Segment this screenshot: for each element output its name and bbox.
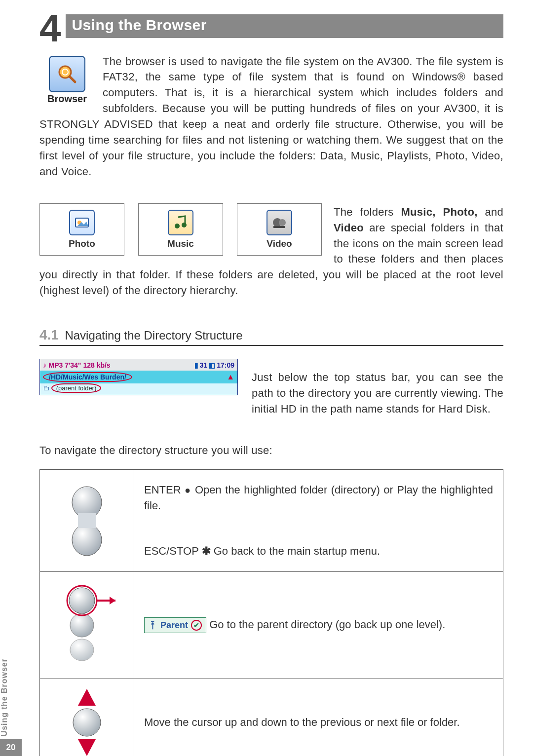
enter-label: ENTER [144,484,181,496]
svg-rect-9 [273,226,285,228]
section-heading: 4 Using the Browser [39,13,503,40]
scroll-up-icon: ▲ [227,373,234,381]
section-number: 4 [39,15,61,42]
intro-paragraph: The browser is used to navigate the file… [39,54,503,180]
svg-line-2 [70,76,75,82]
photo-label: Photo [69,238,95,249]
enter-esc-desc-cell: ENTER ● Open the highlighted folder (dir… [134,469,503,571]
parent-folder-entry: (parent folder) [51,383,102,393]
esc-symbol-icon: ✱ [202,545,211,557]
folder-up-icon: 🗀 [43,384,49,392]
nav-controls-table: ENTER ● Open the highlighted folder (dir… [39,469,503,756]
svg-rect-12 [78,513,96,528]
svg-point-20 [73,709,101,736]
svg-point-8 [279,219,286,226]
path-bar: /HD/Music/Wes Burden/ ▲ [40,371,237,383]
joypad-enter-esc-icon-cell [40,469,134,571]
directory-screenshot: ♪MP3 7'34" 128 kb/s ▮31 ◧17:09 /HD/Music… [39,359,238,395]
parent-desc-cell: ⭱ Parent ✔ Go to the parent directory (g… [134,571,503,679]
enter-desc: Open the highlighted folder (directory) … [144,484,493,512]
path-explanation-paragraph: Just below the top status bar, you can s… [252,370,503,417]
joypad-parent-icon [57,581,116,670]
status-time: 17:09 [217,361,234,369]
joypad-parent-icon-cell [40,571,134,679]
svg-marker-18 [110,597,115,605]
photo-card: Photo [39,203,124,256]
svg-point-5 [175,224,180,228]
status-file-info: MP3 7'34" 128 kb/s [49,361,111,369]
music-icon [168,210,193,235]
folder-icons-row: Photo Music Video [39,203,322,256]
current-path: /HD/Music/Wes Burden/ [43,372,132,382]
subsection-title: Navigating the Directory Structure [65,329,242,342]
esc-desc: Go back to the main startup menu. [211,545,381,557]
video-icon [266,210,292,235]
parent-desc: Go to the parent directory (go back up o… [209,618,445,631]
svg-marker-21 [78,739,96,756]
svg-point-11 [72,524,102,556]
parent-badge: ⭱ Parent ✔ [144,617,206,633]
joypad-updown-icon-cell [40,679,134,756]
browser-icon-label: Browser [39,93,95,105]
note-icon: ♪ [43,361,47,369]
table-row: ⭱ Parent ✔ Go to the parent directory (g… [40,571,503,679]
enter-symbol-icon: ● [185,485,191,495]
page-number: 20 [0,739,22,756]
clock-icon: ◧ [209,361,215,369]
up-arrow-icon: ⭱ [149,619,157,632]
svg-point-6 [182,223,187,227]
subsection-number: 4.1 [39,327,59,342]
battery-icon: ▮ [194,361,198,369]
svg-point-14 [70,613,94,637]
section-title-bar: Using the Browser [66,14,503,38]
svg-point-13 [69,588,95,613]
parent-badge-label: Parent [160,619,188,632]
select-mark-icon: ✔ [191,620,202,631]
esc-label: ESC/STOP [144,545,198,557]
svg-marker-19 [78,689,96,706]
video-label: Video [266,238,292,249]
table-row: ENTER ● Open the highlighted folder (dir… [40,469,503,571]
table-row: Move the cursor up and down to the previ… [40,679,503,756]
subsection-heading: 4.1 Navigating the Directory Structure [39,327,503,346]
music-card: Music [138,203,223,256]
video-card: Video [237,203,322,256]
music-label: Music [167,238,194,249]
updown-desc-cell: Move the cursor up and down to the previ… [134,679,503,756]
svg-point-15 [70,639,94,661]
footer-section-tab: Using the Browser [0,658,9,736]
status-bar: ♪MP3 7'34" 128 kb/s ▮31 ◧17:09 [40,359,237,371]
joypad-updown-icon [63,688,111,756]
magnifier-icon [49,56,85,92]
status-battery: 31 [200,361,208,369]
nav-intro-paragraph: To navigate the directory structure you … [39,443,503,458]
browser-icon-block: Browser [39,56,95,105]
updown-desc: Move the cursor up and down to the previ… [144,716,460,728]
photo-icon [69,210,95,235]
file-list: 🗀 (parent folder) [40,383,237,395]
joypad-enter-esc-icon [63,479,111,563]
